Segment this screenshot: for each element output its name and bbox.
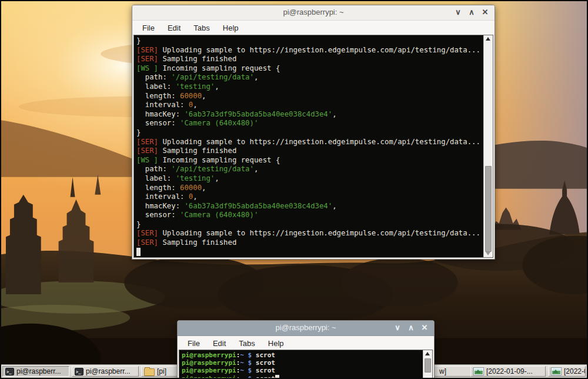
terminal-line: interval: 0, (136, 101, 483, 110)
menu-tabs[interactable]: Tabs (232, 337, 261, 350)
maximize-icon[interactable]: ∧ (406, 323, 416, 333)
taskbar-terminal-1-button[interactable]: >_ pi@raspberr... (2, 366, 69, 377)
terminal-line: } (136, 220, 483, 230)
folder-icon (144, 368, 155, 376)
taskbar-button-label: [2022-01-09-... (486, 367, 533, 375)
terminal-line: interval: 0, (136, 192, 483, 202)
menu-edit[interactable]: Edit (206, 337, 232, 350)
taskbar-right-group: [2022-01-09-... [2022-01 (470, 366, 586, 377)
desktop: pi@raspberrypi: ~ ∨ ∧ ✕ File Edit Tabs H… (0, 0, 588, 379)
main-terminal-output[interactable]: }[SER] Uploading sample to https://inges… (134, 35, 483, 257)
taskbar-image-1-button[interactable]: [2022-01-09-... (470, 366, 546, 377)
taskbar-button-label: w] (439, 367, 446, 375)
terminal-line: [SER] Sampling finished (136, 147, 483, 156)
small-terminal-area: pi@raspberrypi:~ $ scrotpi@raspberrypi:~… (179, 350, 433, 378)
terminal-line: } (136, 36, 483, 46)
taskbar-button-label: [pi] (157, 367, 166, 375)
main-terminal-area: }[SER] Uploading sample to https://inges… (133, 35, 493, 258)
terminal-line: hmacKey: '6ab37a3df9b5abda5ba40ee038c4d3… (136, 110, 483, 119)
terminal-line: [SER] Uploading sample to https://ingest… (136, 46, 483, 55)
terminal-line: length: 60000, (136, 184, 483, 193)
small-window-controls: ∨ ∧ ✕ (393, 323, 429, 333)
terminal-line: pi@raspberrypi:~ $ scrot (182, 351, 423, 359)
main-menu-bar: File Edit Tabs Help (132, 21, 495, 35)
terminal-line: [WS ] Incoming sampling request { (136, 156, 483, 165)
terminal-line: [SER] Sampling finished (136, 238, 483, 248)
close-icon[interactable]: ✕ (420, 323, 429, 333)
image-icon (473, 367, 484, 375)
terminal-window-main: pi@raspberrypi: ~ ∨ ∧ ✕ File Edit Tabs H… (132, 5, 495, 260)
terminal-icon: >_ (75, 368, 83, 375)
close-icon[interactable]: ✕ (480, 7, 490, 18)
main-window-controls: ∨ ∧ ✕ (453, 7, 490, 18)
scroll-down-icon[interactable] (486, 252, 490, 255)
main-scrollbar-thumb[interactable] (485, 166, 492, 251)
terminal-line: path: '/api/testing/data', (136, 165, 483, 174)
terminal-line: label: 'testing', (136, 82, 483, 92)
terminal-line: [SER] Sampling finished (136, 55, 483, 64)
small-terminal-output[interactable]: pi@raspberrypi:~ $ scrotpi@raspberrypi:~… (179, 350, 423, 378)
taskbar-button-label: pi@raspberr... (86, 367, 131, 375)
terminal-line: sensor: 'Camera (640x480)' (136, 211, 483, 220)
menu-tabs[interactable]: Tabs (187, 22, 216, 34)
terminal-line: [SER] Uploading sample to https://ingest… (136, 229, 483, 238)
terminal-line: sensor: 'Camera (640x480)' (136, 119, 483, 128)
terminal-line: pi@raspberrypi:~ $ scrot (182, 367, 423, 374)
scroll-up-icon[interactable] (486, 37, 490, 41)
terminal-line: pi@raspberrypi:~ $ scrot (182, 375, 423, 378)
menu-help[interactable]: Help (216, 22, 245, 34)
terminal-line: hmacKey: '6ab37a3df9b5abda5ba40ee038c4d3… (136, 202, 483, 211)
menu-file[interactable]: File (136, 22, 161, 34)
terminal-line: } (136, 128, 483, 138)
taskbar-image-2-button[interactable]: [2022-01 (548, 366, 586, 377)
terminal-line: length: 60000, (136, 92, 483, 101)
terminal-window-small: pi@raspberrypi: ~ ∨ ∧ ✕ File Edit Tabs H… (177, 320, 435, 379)
small-scrollbar[interactable] (423, 350, 432, 378)
menu-help[interactable]: Help (262, 337, 290, 350)
terminal-line: label: 'testing', (136, 174, 483, 184)
image-icon (551, 367, 562, 375)
main-window-title: pi@raspberrypi: ~ (132, 8, 495, 16)
menu-edit[interactable]: Edit (161, 22, 187, 34)
main-titlebar[interactable]: pi@raspberrypi: ~ ∨ ∧ ✕ (132, 5, 495, 21)
taskbar-button-label: [2022-01 (564, 367, 586, 375)
maximize-icon[interactable]: ∧ (467, 7, 476, 18)
terminal-line: path: '/api/testing/data', (136, 73, 483, 82)
scroll-up-icon[interactable] (425, 352, 430, 355)
minimize-icon[interactable]: ∨ (393, 323, 402, 333)
taskbar-button-label: pi@raspberr... (16, 367, 61, 375)
small-menu-bar: File Edit Tabs Help (178, 336, 434, 351)
small-scrollbar-thumb[interactable] (425, 358, 431, 373)
terminal-icon: >_ (5, 368, 14, 375)
minimize-icon[interactable]: ∨ (453, 7, 463, 18)
terminal-line: [WS ] Incoming sampling request { (136, 64, 483, 74)
main-scrollbar[interactable] (483, 35, 493, 257)
terminal-line: [SER] Uploading sample to https://ingest… (136, 138, 483, 147)
small-titlebar[interactable]: pi@raspberrypi: ~ ∨ ∧ ✕ (178, 321, 434, 336)
terminal-line (136, 248, 483, 257)
taskbar-terminal-2-button[interactable]: >_ pi@raspberr... (72, 366, 139, 377)
terminal-line: pi@raspberrypi:~ $ scrot (182, 359, 423, 367)
menu-file[interactable]: File (181, 337, 206, 350)
